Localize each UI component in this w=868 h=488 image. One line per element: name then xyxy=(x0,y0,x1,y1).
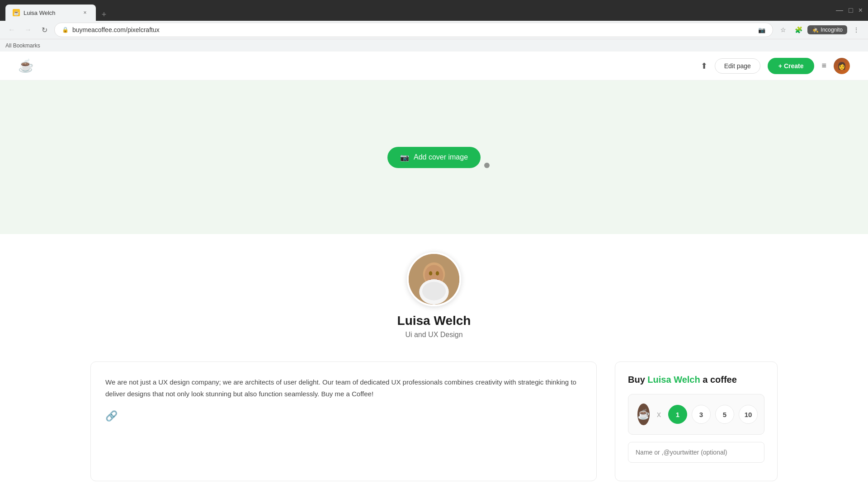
bookmarks-label: All Bookmarks xyxy=(5,42,40,49)
share-button[interactable]: ⬆ xyxy=(701,61,708,71)
camera-icon: 📷 xyxy=(400,153,409,162)
qty-1-button[interactable]: 1 xyxy=(668,405,687,424)
incognito-label: Incognito xyxy=(821,27,843,33)
browser-chrome: ☕ Luisa Welch × + — □ × xyxy=(0,0,868,21)
back-button[interactable]: ← xyxy=(5,23,18,36)
bio-text: We are not just a UX design company; we … xyxy=(105,376,582,399)
refresh-button[interactable]: ↻ xyxy=(38,23,51,36)
create-button[interactable]: + Create xyxy=(768,58,815,74)
add-cover-image-button[interactable]: 📷 Add cover image xyxy=(387,147,481,168)
edit-page-button[interactable]: Edit page xyxy=(715,58,760,74)
add-cover-label: Add cover image xyxy=(414,153,468,161)
tab-title: Luisa Welch xyxy=(24,9,78,16)
browser-tabs: ☕ Luisa Welch × + xyxy=(5,0,110,21)
forward-button[interactable]: → xyxy=(22,23,34,36)
active-tab[interactable]: ☕ Luisa Welch × xyxy=(5,5,96,21)
profile-tagline: Ui and UX Design xyxy=(405,331,462,339)
svg-point-3 xyxy=(429,271,432,275)
camera-off-icon: 📷 xyxy=(758,27,765,33)
quantity-options: 1 3 5 10 xyxy=(668,405,758,424)
new-tab-button[interactable]: + xyxy=(98,8,110,21)
coffee-icon-wrap: ☕ xyxy=(637,404,650,425)
menu-button[interactable]: ≡ xyxy=(821,61,826,70)
window-minimize[interactable]: — xyxy=(836,6,843,14)
url-text: buymeacoffee.com/pixelcraftux xyxy=(72,26,755,33)
main-content: We are not just a UX design company; we … xyxy=(0,348,868,488)
header-actions: ⬆ Edit page + Create ≡ 👩 xyxy=(701,58,850,74)
logo-icon: ☕ xyxy=(18,58,34,73)
url-bar[interactable]: 🔒 buymeacoffee.com/pixelcraftux 📷 xyxy=(54,23,773,37)
svg-point-6 xyxy=(422,282,446,300)
site-logo[interactable]: ☕ xyxy=(18,58,34,73)
right-panel: Buy Luisa Welch a coffee ☕ x 1 3 5 10 xyxy=(615,361,778,481)
buy-name: Luisa Welch xyxy=(647,375,700,385)
x-separator: x xyxy=(657,410,661,419)
name-input[interactable] xyxy=(628,442,764,463)
buy-coffee-title: Buy Luisa Welch a coffee xyxy=(628,375,764,385)
buy-suffix: a coffee xyxy=(700,375,737,385)
incognito-icon: 🕵 xyxy=(812,27,819,33)
profile-section: Luisa Welch Ui and UX Design xyxy=(0,234,868,348)
qty-3-button[interactable]: 3 xyxy=(692,405,711,424)
incognito-button[interactable]: 🕵 Incognito xyxy=(807,25,847,34)
avatar[interactable]: 👩 xyxy=(834,58,850,74)
profile-name: Luisa Welch xyxy=(397,314,471,328)
window-close[interactable]: × xyxy=(859,6,863,14)
svg-point-4 xyxy=(436,271,439,275)
bookmark-star-button[interactable]: ☆ xyxy=(777,23,789,36)
bookmarks-bar: All Bookmarks xyxy=(0,39,868,52)
coffee-cup-icon: ☕ xyxy=(637,408,650,420)
coffee-options-row: ☕ x 1 3 5 10 xyxy=(628,394,764,435)
qty-5-button[interactable]: 5 xyxy=(715,405,734,424)
tab-favicon: ☕ xyxy=(13,9,20,16)
left-panel: We are not just a UX design company; we … xyxy=(90,361,597,481)
link-icon[interactable]: 🔗 xyxy=(105,410,118,422)
lock-icon: 🔒 xyxy=(62,27,69,33)
buy-prefix: Buy xyxy=(628,375,647,385)
browser-actions: ☆ 🧩 🕵 Incognito ⋮ xyxy=(777,23,863,36)
site-header: ☕ ⬆ Edit page + Create ≡ 👩 xyxy=(0,52,868,80)
address-bar-container: ← → ↻ 🔒 buymeacoffee.com/pixelcraftux 📷 … xyxy=(0,21,868,39)
window-maximize[interactable]: □ xyxy=(849,6,853,14)
profile-avatar xyxy=(407,252,461,306)
tab-close-icon[interactable]: × xyxy=(81,9,89,16)
hero-section: 📷 Add cover image xyxy=(0,80,868,234)
qty-10-button[interactable]: 10 xyxy=(739,405,758,424)
extension-button[interactable]: 🧩 xyxy=(792,23,805,36)
more-options-button[interactable]: ⋮ xyxy=(850,23,863,36)
